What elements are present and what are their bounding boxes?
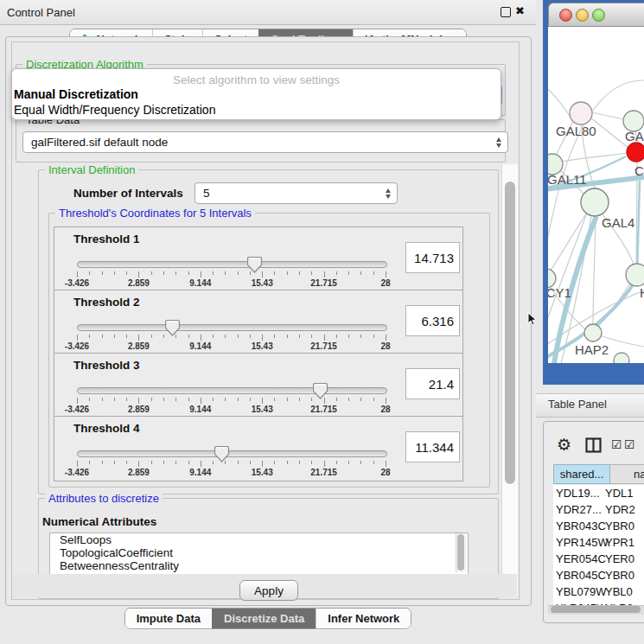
slider-tick-label: 9.144 bbox=[189, 278, 211, 288]
apply-button[interactable]: Apply bbox=[239, 580, 298, 601]
slider-tick-label: 2.859 bbox=[128, 341, 150, 351]
checkbox-icon[interactable]: ☑ bbox=[611, 437, 622, 451]
minimize-traffic-light-icon[interactable] bbox=[576, 9, 589, 22]
threshold-panel: Threshold 2-3.4262.8599.14415.4321.71528… bbox=[54, 290, 463, 355]
cyni-bottom-tabs: Impute DataDiscretize DataInfer Network bbox=[0, 608, 536, 629]
network-edge bbox=[593, 216, 596, 325]
attribute-list-item[interactable]: TopologicalCoefficient bbox=[50, 546, 468, 559]
network-node-hap2[interactable] bbox=[584, 324, 602, 341]
cell-name: YBR0 bbox=[605, 518, 634, 534]
network-node-gal4[interactable] bbox=[581, 188, 609, 216]
threshold-panel: Threshold 3-3.4262.8599.14415.4321.71528… bbox=[54, 353, 463, 418]
slider-tick-label: -3.426 bbox=[65, 405, 89, 414]
slider-thumb[interactable] bbox=[214, 445, 230, 463]
slider-tick-label: 2.859 bbox=[128, 405, 150, 414]
threshold-value-field[interactable]: 6.316 bbox=[405, 305, 460, 336]
cell-shared-name: YER054C bbox=[556, 551, 606, 567]
slider-track[interactable] bbox=[77, 324, 387, 331]
network-edge bbox=[637, 181, 640, 273]
slider-thumb[interactable] bbox=[247, 256, 263, 274]
network-node-gal80[interactable] bbox=[570, 102, 592, 124]
threshold-value-field[interactable]: 21.4 bbox=[405, 368, 460, 399]
table-row[interactable]: YBL079WYBL0 bbox=[553, 583, 644, 600]
slider-tick-label: 15.43 bbox=[252, 405, 273, 414]
checkbox-icon[interactable]: ☑ bbox=[624, 437, 635, 451]
attribute-list-item[interactable]: SelfLoops bbox=[50, 533, 468, 546]
slider-tick-label: 28 bbox=[380, 405, 390, 414]
slider-track[interactable] bbox=[77, 450, 387, 457]
algorithm-dropdown-hint: Select algorithm to view settings bbox=[12, 73, 501, 86]
attributes-scrollbar[interactable] bbox=[456, 533, 466, 572]
network-node-label: GAL4 bbox=[602, 215, 634, 230]
slider-thumb[interactable] bbox=[165, 319, 181, 337]
panel-scrollbar[interactable] bbox=[501, 164, 518, 596]
threshold-label: Threshold 4 bbox=[73, 422, 140, 435]
network-node-label: GAL11 bbox=[548, 172, 587, 187]
table-row[interactable]: YDR27...YDR2 bbox=[553, 501, 644, 518]
table-row[interactable]: YBR045CYBR0 bbox=[553, 567, 644, 583]
tab-label: Infer Network bbox=[328, 609, 399, 628]
threshold-value-field[interactable]: 11.344 bbox=[405, 431, 460, 462]
numerical-attributes-list[interactable]: SelfLoopsTopologicalCoefficientBetweenne… bbox=[49, 532, 469, 575]
slider-track[interactable] bbox=[77, 261, 387, 268]
cell-shared-name: YBR045C bbox=[556, 567, 606, 583]
slider-tick-label: 28 bbox=[380, 341, 390, 351]
slider-tick-label: -3.426 bbox=[65, 278, 89, 288]
cell-shared-name: YBR043C bbox=[556, 518, 606, 534]
column-header-shared-name[interactable]: shared... bbox=[553, 464, 610, 484]
table-row[interactable]: YDL19...YDL1 bbox=[553, 485, 644, 501]
threshold-panel: Threshold 4-3.4262.8599.14415.4321.71528… bbox=[54, 416, 463, 481]
cell-name: YBR0 bbox=[605, 567, 634, 583]
columns-icon[interactable] bbox=[585, 437, 603, 453]
threshold-value-field[interactable]: 14.713 bbox=[405, 242, 460, 273]
numerical-attributes-label: Numerical Attributes bbox=[42, 515, 156, 528]
algorithm-dropdown-popup: Select algorithm to view settings Manual… bbox=[11, 68, 501, 120]
algorithm-option-equal-width[interactable]: Equal Width/Frequency Discretization bbox=[14, 103, 215, 117]
float-window-icon[interactable] bbox=[501, 7, 511, 17]
number-of-intervals-value: 5 bbox=[203, 187, 210, 200]
network-node[interactable] bbox=[614, 353, 629, 363]
tab-infer-network[interactable]: Infer Network bbox=[316, 609, 411, 628]
slider-tick-label: 21.715 bbox=[310, 278, 337, 288]
slider-tick-label: 28 bbox=[380, 468, 390, 477]
control-panel-title: Control Panel bbox=[7, 6, 75, 19]
cell-name: YDR2 bbox=[605, 501, 635, 518]
interval-definition-group-title: Interval Definition bbox=[45, 163, 138, 176]
close-icon[interactable]: ✖ bbox=[515, 4, 525, 17]
number-of-intervals-label: Number of Intervals bbox=[73, 187, 183, 200]
slider-thumb[interactable] bbox=[313, 382, 328, 400]
cell-name: YDL1 bbox=[605, 485, 634, 501]
table-row[interactable]: YPR145WYPR1 bbox=[553, 534, 644, 551]
tab-label: Discretize Data bbox=[224, 609, 304, 628]
column-header-name[interactable]: na... bbox=[610, 464, 644, 484]
attributes-group-title: Attributes to discretize bbox=[45, 492, 163, 505]
network-canvas[interactable]: GAL80GACGAL11GAL4GCY1HHAP2 bbox=[548, 27, 644, 363]
close-traffic-light-icon[interactable] bbox=[559, 9, 572, 22]
attribute-list-item[interactable]: BetweennessCentrality bbox=[50, 559, 468, 572]
network-node-c[interactable] bbox=[627, 143, 644, 162]
slider-track[interactable] bbox=[77, 387, 387, 394]
algorithm-option-manual[interactable]: Manual Discretization bbox=[14, 87, 138, 101]
threshold-label: Threshold 2 bbox=[73, 296, 140, 309]
table-scrollbar-thumb[interactable] bbox=[551, 606, 641, 613]
combo-spinner-icon bbox=[386, 188, 391, 199]
slider-tick-label: 9.144 bbox=[189, 468, 211, 477]
gear-icon[interactable]: ⚙ bbox=[557, 435, 571, 455]
network-edge bbox=[591, 112, 624, 119]
thresholds-group-title: Threshold's Coordinates for 5 Intervals bbox=[55, 207, 255, 220]
table-data-combo[interactable]: galFiltered.sif default node bbox=[22, 131, 508, 153]
zoom-traffic-light-icon[interactable] bbox=[592, 9, 605, 22]
tab-label: Impute Data bbox=[137, 609, 201, 628]
tab-discretize-data[interactable]: Discretize Data bbox=[212, 609, 316, 628]
cell-shared-name: YDL19... bbox=[556, 485, 600, 501]
network-node-h[interactable] bbox=[626, 264, 644, 286]
combo-spinner-icon bbox=[496, 137, 501, 148]
threshold-panel: Threshold 1-3.4262.8599.14415.4321.71528… bbox=[54, 226, 463, 292]
cell-name: YER0 bbox=[605, 551, 634, 567]
table-row[interactable]: YER054CYER0 bbox=[553, 551, 644, 567]
number-of-intervals-combo[interactable]: 5 bbox=[194, 182, 398, 204]
threshold-label: Threshold 1 bbox=[73, 233, 140, 245]
tab-impute-data[interactable]: Impute Data bbox=[125, 609, 212, 628]
table-row[interactable]: YBR043CYBR0 bbox=[553, 518, 644, 534]
mouse-cursor bbox=[527, 313, 538, 327]
